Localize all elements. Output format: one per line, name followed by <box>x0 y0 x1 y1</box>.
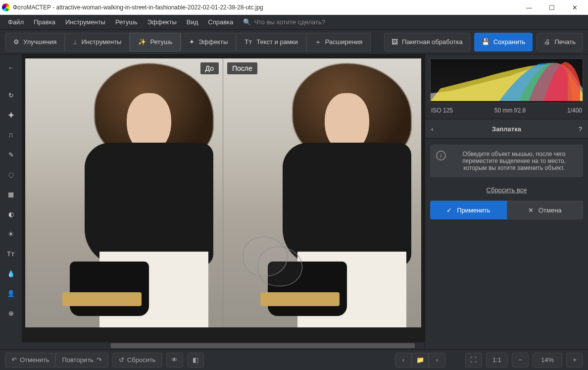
after-image: После <box>223 58 421 327</box>
save-button[interactable]: 💾Сохранить <box>474 33 533 52</box>
tab-tools[interactable]: ⟂Инструменты <box>65 33 130 52</box>
bottom-bar: ↶Отменить Повторить↷ ↺Сбросить 👁 ◧ ‹ 📁 ›… <box>0 349 588 370</box>
heal-tool[interactable]: ✚ <box>2 106 20 124</box>
panel-back-button[interactable]: ‹ <box>431 125 443 133</box>
window-title: ФотоМАСТЕР - attractive-woman-walking-in… <box>13 4 263 11</box>
histogram[interactable] <box>430 58 583 103</box>
panel-hint-text: Обведите объект мышью, после чего переме… <box>451 151 577 171</box>
left-toolbox: ← ↻ ✚ ⎍ ✎ ◌ ▦ ◐ ☀ Tᴛ 💧 👤 ⊕ <box>0 54 22 349</box>
after-label: После <box>227 62 257 74</box>
zoom-out-button[interactable]: − <box>512 353 529 368</box>
text-icon: Tᴛ <box>245 38 252 46</box>
minimize-button[interactable]: ― <box>518 0 540 15</box>
panel-header: ‹ Заплатка ? <box>425 119 588 139</box>
menu-retouch[interactable]: Ретушь <box>111 16 142 28</box>
patch-selection-target[interactable] <box>258 247 302 286</box>
rotate-tool[interactable]: ↻ <box>2 86 20 104</box>
redo-button[interactable]: Повторить↷ <box>55 353 108 368</box>
x-icon: ✕ <box>528 207 534 214</box>
redo-icon: ↷ <box>97 356 102 364</box>
minus-icon: − <box>518 356 522 364</box>
eye-icon: 👁 <box>171 356 178 364</box>
exif-info: ISO 125 50 mm f/2.8 1/400 <box>425 105 588 119</box>
zoom-in-button[interactable]: + <box>566 353 583 368</box>
exif-focal: 50 mm f/2.8 <box>494 107 526 114</box>
plus-icon: + <box>573 356 577 364</box>
save-icon: 💾 <box>482 38 490 46</box>
search-icon: 🔍 <box>243 18 251 26</box>
radial-tool[interactable]: ◌ <box>2 165 20 183</box>
tab-improve[interactable]: ⚙Улучшения <box>5 33 65 52</box>
menu-tools[interactable]: Инструменты <box>61 16 109 28</box>
apply-button[interactable]: ✓Применить <box>430 201 507 219</box>
tab-text[interactable]: TᴛТекст и рамки <box>236 33 306 52</box>
fit-icon: ⛶ <box>470 356 477 364</box>
chevron-left-icon: ‹ <box>402 356 404 364</box>
droplet-tool[interactable]: 💧 <box>2 264 20 282</box>
panel-help-button[interactable]: ? <box>570 125 582 133</box>
tab-retouch[interactable]: ✨Ретушь <box>130 33 181 52</box>
brush-tool[interactable]: ✎ <box>2 146 20 163</box>
before-image: До <box>25 58 223 327</box>
back-arrow-tool[interactable]: ← <box>2 58 20 76</box>
tab-extensions[interactable]: ＋Расширения <box>306 33 371 52</box>
menu-help[interactable]: Справка <box>204 16 237 28</box>
sparkle-icon: ✦ <box>189 38 195 46</box>
portrait-tool[interactable]: 👤 <box>2 284 20 302</box>
panel-hint: i Обведите объект мышью, после чего пере… <box>430 145 583 177</box>
menu-file[interactable]: Файл <box>4 16 28 28</box>
wand-icon: ✨ <box>138 38 146 46</box>
folder-icon: 📁 <box>416 356 424 364</box>
plus-icon: ＋ <box>315 38 321 47</box>
split-icon: ◧ <box>193 356 198 364</box>
cancel-button[interactable]: ✕Отмена <box>507 201 584 219</box>
panel-title: Заплатка <box>443 125 570 133</box>
tab-effects[interactable]: ✦Эффекты <box>181 33 236 52</box>
canvas-hscroll[interactable] <box>22 342 425 349</box>
right-panel: ISO 125 50 mm f/2.8 1/400 ‹ Заплатка ? i… <box>425 54 588 349</box>
reset-icon: ↺ <box>119 356 124 364</box>
exif-iso: ISO 125 <box>431 107 453 114</box>
light-tool[interactable]: ☀ <box>2 225 20 243</box>
exif-shutter: 1/400 <box>567 107 582 114</box>
close-button[interactable]: ✕ <box>563 0 586 15</box>
canvas-area: До После <box>22 54 425 349</box>
zoom-level[interactable]: 14% <box>533 353 562 368</box>
globe-tool[interactable]: ⊕ <box>2 304 20 322</box>
print-icon: 🖨 <box>544 38 550 46</box>
reset-button[interactable]: ↺Сбросить <box>112 353 162 368</box>
check-icon: ✓ <box>446 207 452 214</box>
reset-all-link[interactable]: Сбросить все <box>425 183 588 201</box>
menu-effects[interactable]: Эффекты <box>144 16 181 28</box>
menu-edit[interactable]: Правка <box>30 16 59 28</box>
sliders-icon: ⚙ <box>13 38 19 46</box>
browse-button[interactable]: 📁 <box>412 353 429 368</box>
next-image-button[interactable]: › <box>429 353 445 368</box>
before-after-view[interactable]: До После <box>25 58 421 327</box>
images-icon: 🖼 <box>392 38 398 46</box>
batch-button[interactable]: 🖼Пакетная обработка <box>384 33 470 52</box>
info-icon: i <box>436 151 446 160</box>
chevron-right-icon: › <box>436 356 438 364</box>
text-tool[interactable]: Tᴛ <box>2 245 20 263</box>
prev-image-button[interactable]: ‹ <box>395 353 412 368</box>
gradient-tool[interactable]: ▦ <box>2 185 20 203</box>
stamp-tool[interactable]: ⎍ <box>2 126 20 144</box>
menu-view[interactable]: Вид <box>183 16 202 28</box>
actual-size-button[interactable]: 1:1 <box>486 353 508 368</box>
menu-search[interactable]: 🔍 Что вы хотите сделать? <box>243 18 325 26</box>
undo-button[interactable]: ↶Отменить <box>5 353 55 368</box>
window-titlebar: ФотоМАСТЕР - attractive-woman-walking-in… <box>0 0 588 15</box>
preview-toggle[interactable]: 👁 <box>166 353 183 368</box>
undo-icon: ↶ <box>11 356 17 364</box>
app-logo-icon <box>2 3 10 11</box>
main-toolbar: ⚙Улучшения ⟂Инструменты ✨Ретушь ✦Эффекты… <box>0 30 588 54</box>
maximize-button[interactable]: ☐ <box>540 0 563 15</box>
menubar: Файл Правка Инструменты Ретушь Эффекты В… <box>0 15 588 30</box>
compare-toggle[interactable]: ◧ <box>187 353 204 368</box>
search-placeholder: Что вы хотите сделать? <box>254 18 325 26</box>
print-button[interactable]: 🖨Печать <box>537 33 583 52</box>
crop-icon: ⟂ <box>73 38 77 46</box>
fit-screen-button[interactable]: ⛶ <box>465 353 482 368</box>
vignette-tool[interactable]: ◐ <box>2 205 20 223</box>
